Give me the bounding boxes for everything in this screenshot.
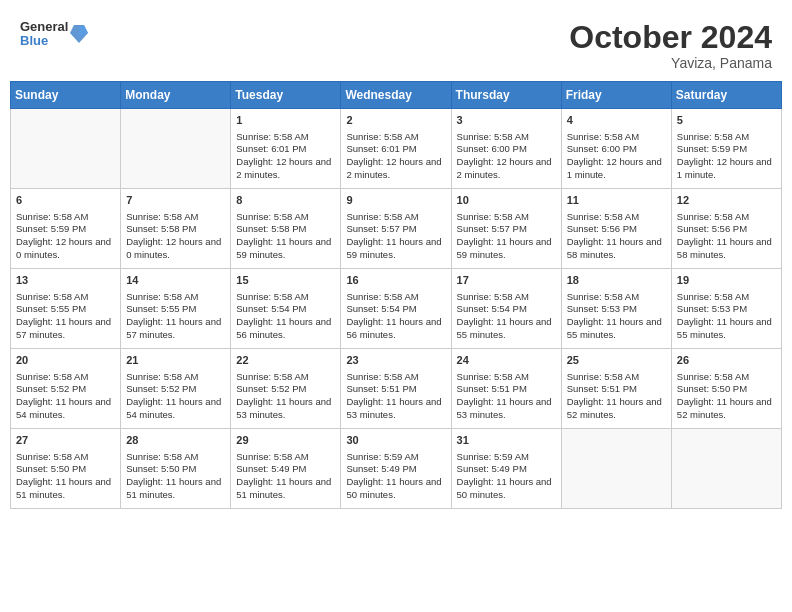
day-info: Sunrise: 5:58 AM Sunset: 5:54 PM Dayligh… [346,291,445,342]
day-number: 25 [567,353,666,368]
location: Yaviza, Panama [569,55,772,71]
calendar-cell: 4Sunrise: 5:58 AM Sunset: 6:00 PM Daylig… [561,109,671,189]
day-number: 27 [16,433,115,448]
logo-blue-text: Blue [20,34,68,48]
day-info: Sunrise: 5:58 AM Sunset: 5:50 PM Dayligh… [677,371,776,422]
calendar-week-row: 27Sunrise: 5:58 AM Sunset: 5:50 PM Dayli… [11,429,782,509]
calendar-cell: 24Sunrise: 5:58 AM Sunset: 5:51 PM Dayli… [451,349,561,429]
calendar-cell: 5Sunrise: 5:58 AM Sunset: 5:59 PM Daylig… [671,109,781,189]
weekday-header-wednesday: Wednesday [341,82,451,109]
day-number: 13 [16,273,115,288]
weekday-header-tuesday: Tuesday [231,82,341,109]
weekday-header-row: SundayMondayTuesdayWednesdayThursdayFrid… [11,82,782,109]
calendar-cell: 19Sunrise: 5:58 AM Sunset: 5:53 PM Dayli… [671,269,781,349]
day-info: Sunrise: 5:58 AM Sunset: 5:51 PM Dayligh… [567,371,666,422]
weekday-header-saturday: Saturday [671,82,781,109]
month-title: October 2024 [569,20,772,55]
page-header: General Blue October 2024 Yaviza, Panama [10,10,782,76]
calendar-week-row: 6Sunrise: 5:58 AM Sunset: 5:59 PM Daylig… [11,189,782,269]
logo-general-text: General [20,20,68,34]
day-number: 20 [16,353,115,368]
day-info: Sunrise: 5:58 AM Sunset: 5:57 PM Dayligh… [457,211,556,262]
day-number: 30 [346,433,445,448]
calendar-cell: 31Sunrise: 5:59 AM Sunset: 5:49 PM Dayli… [451,429,561,509]
calendar-cell [11,109,121,189]
calendar-week-row: 1Sunrise: 5:58 AM Sunset: 6:01 PM Daylig… [11,109,782,189]
day-info: Sunrise: 5:58 AM Sunset: 5:52 PM Dayligh… [126,371,225,422]
day-number: 9 [346,193,445,208]
day-number: 26 [677,353,776,368]
day-number: 11 [567,193,666,208]
day-info: Sunrise: 5:58 AM Sunset: 5:49 PM Dayligh… [236,451,335,502]
day-number: 1 [236,113,335,128]
calendar-cell: 28Sunrise: 5:58 AM Sunset: 5:50 PM Dayli… [121,429,231,509]
calendar-cell: 23Sunrise: 5:58 AM Sunset: 5:51 PM Dayli… [341,349,451,429]
day-info: Sunrise: 5:58 AM Sunset: 5:52 PM Dayligh… [16,371,115,422]
day-info: Sunrise: 5:58 AM Sunset: 5:53 PM Dayligh… [567,291,666,342]
calendar-cell: 18Sunrise: 5:58 AM Sunset: 5:53 PM Dayli… [561,269,671,349]
day-info: Sunrise: 5:58 AM Sunset: 5:50 PM Dayligh… [16,451,115,502]
weekday-header-friday: Friday [561,82,671,109]
calendar-cell [671,429,781,509]
day-number: 16 [346,273,445,288]
day-number: 28 [126,433,225,448]
calendar-table: SundayMondayTuesdayWednesdayThursdayFrid… [10,81,782,509]
day-info: Sunrise: 5:58 AM Sunset: 5:50 PM Dayligh… [126,451,225,502]
calendar-cell: 14Sunrise: 5:58 AM Sunset: 5:55 PM Dayli… [121,269,231,349]
day-number: 10 [457,193,556,208]
day-number: 14 [126,273,225,288]
calendar-cell: 6Sunrise: 5:58 AM Sunset: 5:59 PM Daylig… [11,189,121,269]
day-info: Sunrise: 5:58 AM Sunset: 6:00 PM Dayligh… [457,131,556,182]
day-number: 3 [457,113,556,128]
day-number: 4 [567,113,666,128]
weekday-header-sunday: Sunday [11,82,121,109]
calendar-cell: 10Sunrise: 5:58 AM Sunset: 5:57 PM Dayli… [451,189,561,269]
day-number: 8 [236,193,335,208]
day-info: Sunrise: 5:58 AM Sunset: 5:54 PM Dayligh… [457,291,556,342]
day-number: 31 [457,433,556,448]
calendar-cell [121,109,231,189]
day-number: 15 [236,273,335,288]
calendar-cell: 9Sunrise: 5:58 AM Sunset: 5:57 PM Daylig… [341,189,451,269]
day-number: 22 [236,353,335,368]
day-info: Sunrise: 5:58 AM Sunset: 5:58 PM Dayligh… [126,211,225,262]
day-info: Sunrise: 5:58 AM Sunset: 5:59 PM Dayligh… [16,211,115,262]
calendar-cell: 30Sunrise: 5:59 AM Sunset: 5:49 PM Dayli… [341,429,451,509]
day-info: Sunrise: 5:58 AM Sunset: 5:51 PM Dayligh… [346,371,445,422]
day-info: Sunrise: 5:58 AM Sunset: 5:56 PM Dayligh… [567,211,666,262]
calendar-cell: 8Sunrise: 5:58 AM Sunset: 5:58 PM Daylig… [231,189,341,269]
day-info: Sunrise: 5:58 AM Sunset: 5:54 PM Dayligh… [236,291,335,342]
day-info: Sunrise: 5:58 AM Sunset: 5:55 PM Dayligh… [126,291,225,342]
calendar-cell: 26Sunrise: 5:58 AM Sunset: 5:50 PM Dayli… [671,349,781,429]
calendar-cell [561,429,671,509]
day-number: 5 [677,113,776,128]
calendar-cell: 7Sunrise: 5:58 AM Sunset: 5:58 PM Daylig… [121,189,231,269]
logo-icon [70,23,88,45]
calendar-cell: 13Sunrise: 5:58 AM Sunset: 5:55 PM Dayli… [11,269,121,349]
day-number: 6 [16,193,115,208]
day-info: Sunrise: 5:58 AM Sunset: 5:51 PM Dayligh… [457,371,556,422]
day-info: Sunrise: 5:58 AM Sunset: 5:52 PM Dayligh… [236,371,335,422]
calendar-week-row: 20Sunrise: 5:58 AM Sunset: 5:52 PM Dayli… [11,349,782,429]
calendar-cell: 25Sunrise: 5:58 AM Sunset: 5:51 PM Dayli… [561,349,671,429]
day-number: 2 [346,113,445,128]
day-number: 29 [236,433,335,448]
calendar-cell: 3Sunrise: 5:58 AM Sunset: 6:00 PM Daylig… [451,109,561,189]
day-info: Sunrise: 5:58 AM Sunset: 5:56 PM Dayligh… [677,211,776,262]
day-info: Sunrise: 5:58 AM Sunset: 5:57 PM Dayligh… [346,211,445,262]
calendar-cell: 17Sunrise: 5:58 AM Sunset: 5:54 PM Dayli… [451,269,561,349]
day-info: Sunrise: 5:58 AM Sunset: 5:58 PM Dayligh… [236,211,335,262]
day-info: Sunrise: 5:58 AM Sunset: 5:53 PM Dayligh… [677,291,776,342]
calendar-cell: 22Sunrise: 5:58 AM Sunset: 5:52 PM Dayli… [231,349,341,429]
calendar-cell: 20Sunrise: 5:58 AM Sunset: 5:52 PM Dayli… [11,349,121,429]
day-number: 24 [457,353,556,368]
calendar-cell: 2Sunrise: 5:58 AM Sunset: 6:01 PM Daylig… [341,109,451,189]
day-number: 17 [457,273,556,288]
calendar-cell: 1Sunrise: 5:58 AM Sunset: 6:01 PM Daylig… [231,109,341,189]
calendar-cell: 29Sunrise: 5:58 AM Sunset: 5:49 PM Dayli… [231,429,341,509]
day-number: 21 [126,353,225,368]
day-number: 19 [677,273,776,288]
day-info: Sunrise: 5:58 AM Sunset: 6:01 PM Dayligh… [346,131,445,182]
day-info: Sunrise: 5:59 AM Sunset: 5:49 PM Dayligh… [457,451,556,502]
calendar-cell: 15Sunrise: 5:58 AM Sunset: 5:54 PM Dayli… [231,269,341,349]
